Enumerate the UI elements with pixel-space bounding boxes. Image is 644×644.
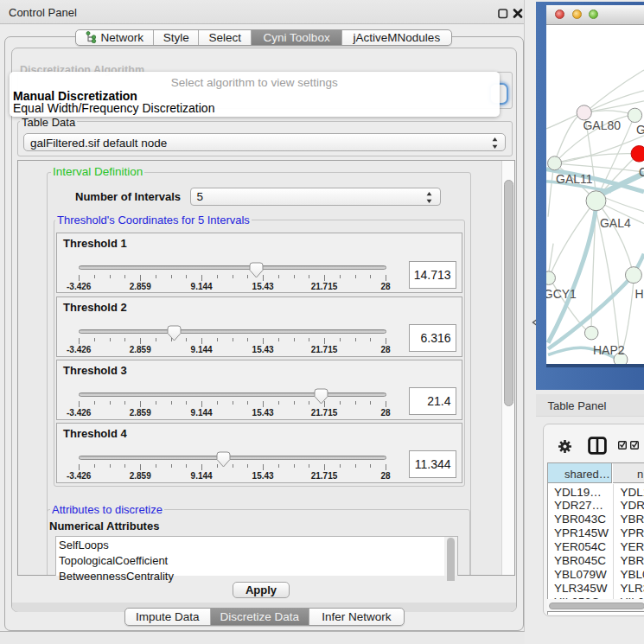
svg-text:H: H [634, 286, 643, 300]
svg-text:HAP2: HAP2 [593, 342, 625, 356]
svg-text:G.: G. [636, 122, 644, 136]
svg-text:GAL11: GAL11 [556, 172, 593, 186]
svg-text:GAL80: GAL80 [583, 118, 622, 132]
svg-text:C: C [639, 164, 644, 178]
svg-text:GAL4: GAL4 [600, 215, 631, 229]
svg-text:GCY1: GCY1 [546, 286, 577, 300]
